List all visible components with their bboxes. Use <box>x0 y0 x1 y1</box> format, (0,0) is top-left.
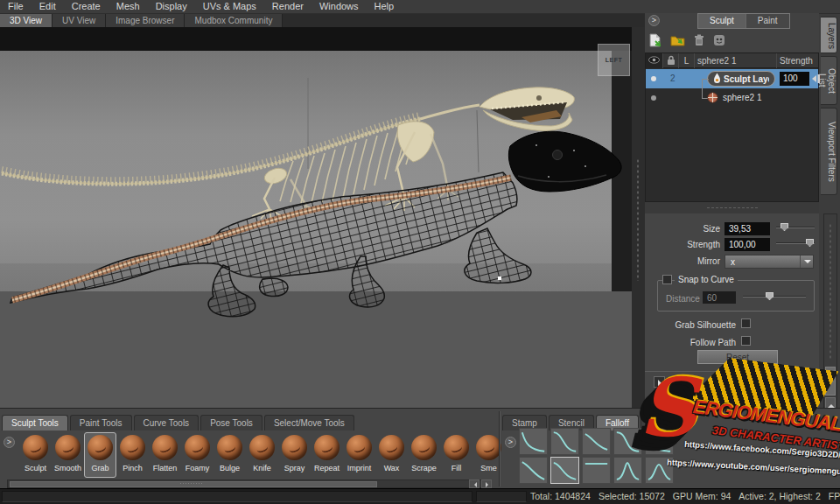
tab-curve-tools[interactable]: Curve Tools <box>134 415 200 430</box>
presets-expand-button[interactable]: > <box>505 437 516 448</box>
size-slider[interactable] <box>776 223 815 231</box>
layer-toolbar <box>647 31 725 50</box>
clay-brush-icon <box>23 435 48 460</box>
new-layer-icon[interactable] <box>648 33 662 47</box>
reset-button[interactable]: Reset <box>697 350 778 364</box>
tool-grab[interactable]: Grab <box>84 432 116 478</box>
tool-label: Sculpt <box>24 464 46 472</box>
mirror-dropdown[interactable]: x <box>724 255 814 269</box>
follow-path-checkbox[interactable] <box>741 336 751 346</box>
delete-icon[interactable] <box>694 34 704 46</box>
strength-field[interactable]: 100,00 <box>724 238 770 251</box>
mask-icon[interactable] <box>713 34 725 46</box>
clay-brush-icon <box>444 435 469 460</box>
grab-silhouette-checkbox[interactable] <box>741 318 751 328</box>
menu-mesh[interactable]: Mesh <box>108 0 148 13</box>
view-orientation-gizmo[interactable]: LEFT <box>598 44 630 76</box>
tool-wax[interactable]: Wax <box>375 432 408 478</box>
falloff-preset-soft-drop[interactable] <box>550 457 579 484</box>
menu-create[interactable]: Create <box>64 0 108 13</box>
lock-icon <box>667 55 676 67</box>
clay-brush-icon <box>346 435 372 460</box>
tools-scrollbar[interactable] <box>7 480 490 488</box>
menu-bar: FileEditCreateMeshDisplayUVs & MapsRende… <box>0 0 840 14</box>
tool-flatten[interactable]: Flatten <box>149 432 181 478</box>
layer-row-sculpt-layer[interactable]: 2 Sculpt Layer 1 100 <box>646 69 818 88</box>
tab-paint-tools[interactable]: Paint Tools <box>70 415 132 430</box>
falloff-preset-steep-drop[interactable] <box>645 428 674 455</box>
scrollbar-thumb[interactable] <box>825 367 836 396</box>
side-tab-layers[interactable]: Layers <box>821 17 837 53</box>
tab-paint[interactable]: Paint <box>746 14 789 28</box>
tool-fill[interactable]: Fill <box>440 432 472 478</box>
falloff-preset-ease-in-out[interactable] <box>550 428 579 455</box>
tab-image-browser[interactable]: Image Browser <box>106 14 185 27</box>
menu-uvs-maps[interactable]: UVs & Maps <box>195 0 264 13</box>
tab-mudbox-community[interactable]: Mudbox Community <box>185 14 283 27</box>
side-tab-object-list[interactable]: Object List <box>821 56 837 105</box>
sculpt-layer-pill[interactable]: Sculpt Layer 1 <box>707 71 775 87</box>
tool-label: Repeat <box>314 464 340 472</box>
tool-bulge[interactable]: Bulge <box>214 432 246 478</box>
tool-label: Wax <box>384 464 400 472</box>
scroll-left-button[interactable] <box>469 480 480 488</box>
distance-field[interactable]: 60 <box>703 291 736 304</box>
snap-to-curve-checkbox[interactable] <box>662 275 672 284</box>
falloff-preset-bump[interactable] <box>645 457 674 484</box>
menu-edit[interactable]: Edit <box>32 0 64 13</box>
scroll-right-button[interactable] <box>481 480 492 488</box>
tool-knife[interactable]: Knife <box>246 432 278 478</box>
clay-brush-icon <box>55 435 80 460</box>
layer-strength-field[interactable]: 100 <box>780 72 809 86</box>
clay-brush-icon <box>88 435 113 460</box>
properties-scrollbar[interactable] <box>823 214 837 426</box>
menu-render[interactable]: Render <box>264 0 312 13</box>
tool-foamy[interactable]: Foamy <box>181 432 214 478</box>
tab-sculpt-tools[interactable]: Sculpt Tools <box>2 415 68 430</box>
tool-label: Bulge <box>220 464 240 472</box>
falloff-preset-slope[interactable] <box>519 457 548 484</box>
clay-brush-icon <box>476 435 501 460</box>
distance-slider[interactable] <box>743 292 806 300</box>
view-orientation-label: LEFT <box>606 57 623 63</box>
tool-pinch[interactable]: Pinch <box>116 432 149 478</box>
menu-help[interactable]: Help <box>367 0 402 13</box>
falloff-preset-sigmoid[interactable] <box>613 428 642 455</box>
side-tab-viewport-filters[interactable]: Viewport Filters <box>821 108 837 195</box>
menu-display[interactable]: Display <box>148 0 195 13</box>
tab-pose-tools[interactable]: Pose Tools <box>200 415 262 430</box>
layer-row-mesh[interactable]: sphere2 1 <box>646 89 818 107</box>
3d-viewport[interactable]: LEFT <box>0 27 632 408</box>
tools-expand-button[interactable]: > <box>4 437 15 448</box>
tab-3d-view[interactable]: 3D View <box>0 14 52 27</box>
mirror-label: Mirror <box>645 256 720 266</box>
tool-imprint[interactable]: Imprint <box>343 432 375 478</box>
tab-select-move-tools[interactable]: Select/Move Tools <box>264 415 354 430</box>
size-field[interactable]: 39,53 <box>724 222 770 235</box>
tool-properties: Size 39,53 Strength 100,00 Mirror x Snap… <box>645 214 819 408</box>
open-folder-icon[interactable] <box>670 34 685 46</box>
tab-sculpt[interactable]: Sculpt <box>698 14 746 28</box>
panel-expand-button[interactable]: > <box>648 15 660 26</box>
visibility-column-header[interactable] <box>646 53 663 68</box>
horizontal-splitter[interactable] <box>645 202 819 214</box>
tool-repeat[interactable]: Repeat <box>311 432 343 478</box>
tool-label: Imprint <box>347 464 372 472</box>
clay-brush-icon <box>282 435 307 460</box>
tool-smooth[interactable]: Smooth <box>52 432 84 478</box>
tool-spray[interactable]: Spray <box>278 432 311 478</box>
falloff-preset-constant[interactable] <box>582 457 611 484</box>
falloff-preset-smooth-drop[interactable] <box>582 428 611 455</box>
tool-scrape[interactable]: Scrape <box>408 432 440 478</box>
falloff-preset-ease-out[interactable] <box>519 428 548 455</box>
panel-splitter[interactable] <box>632 27 645 408</box>
falloff-preset-peak[interactable] <box>613 457 642 484</box>
lock-column-header[interactable] <box>663 53 679 68</box>
menu-windows[interactable]: Windows <box>312 0 367 13</box>
falloff-expand-button[interactable] <box>654 376 665 388</box>
strength-slider[interactable] <box>776 239 815 247</box>
tool-sculpt[interactable]: Sculpt <box>19 432 52 478</box>
status-cell <box>2 491 472 502</box>
menu-file[interactable]: File <box>0 0 32 13</box>
tab-uv-view[interactable]: UV View <box>52 14 106 27</box>
